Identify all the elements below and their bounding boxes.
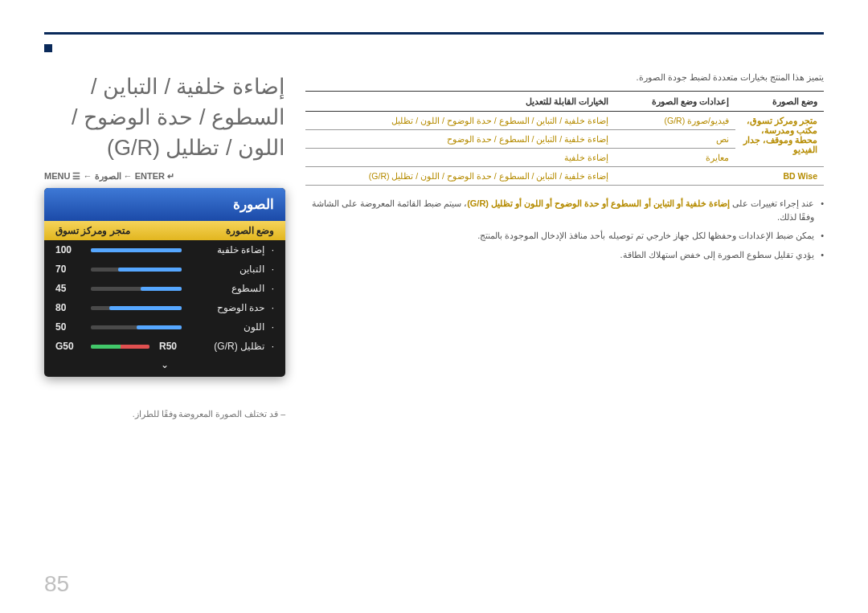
cell-setting: معايرة bbox=[615, 149, 735, 167]
th-setting: إعدادات وضع الصورة bbox=[615, 92, 735, 112]
top-dot bbox=[44, 44, 52, 52]
top-rule bbox=[44, 32, 824, 35]
footnote: – قد تختلف الصورة المعروضة وفقًا للطراز. bbox=[44, 409, 285, 419]
page-number: 85 bbox=[44, 571, 69, 597]
cell-setting: نص bbox=[615, 130, 735, 149]
note-item: يمكن ضبط الإعدادات وحفظها لكل جهاز خارجي… bbox=[305, 229, 824, 243]
osd-label: التباين bbox=[188, 264, 264, 275]
table-row: متجر ومركز تسوق، مكتب ومدرسة، محطة وموقف… bbox=[305, 112, 824, 130]
cell-opts: إضاءة خلفية bbox=[305, 149, 615, 167]
cell-opts: إضاءة خلفية / التباين / السطوع / حدة الو… bbox=[305, 130, 615, 149]
osd-row-backlight[interactable]: · إضاءة خلفية 100 bbox=[44, 240, 285, 260]
osd-value: 50 bbox=[55, 321, 84, 333]
osd-row-contrast[interactable]: · التباين 70 bbox=[44, 260, 285, 279]
th-mode: وضع الصورة bbox=[735, 92, 824, 112]
osd-value: 100 bbox=[55, 244, 84, 255]
cell-opts: إضاءة خلفية / التباين / السطوع / حدة الو… bbox=[305, 167, 615, 186]
osd-label: تظليل (G/R) bbox=[188, 341, 264, 352]
osd-tint-g: G50 bbox=[55, 341, 84, 352]
th-opts: الخيارات القابلة للتعديل bbox=[305, 92, 615, 112]
osd-panel: الصورة وضع الصورة متجر ومركز تسوق · إضاء… bbox=[44, 188, 285, 377]
cell-opts: إضاءة خلفية / التباين / السطوع / حدة الو… bbox=[305, 112, 615, 130]
options-table: وضع الصورة إعدادات وضع الصورة الخيارات ا… bbox=[305, 91, 824, 186]
osd-value: 80 bbox=[55, 302, 84, 313]
osd-row-sharpness[interactable]: · حدة الوضوح 80 bbox=[44, 298, 285, 317]
note-item: عند إجراء تغييرات على إضاءة خلفية أو الت… bbox=[305, 197, 824, 223]
osd-label: إضاءة خلفية bbox=[188, 244, 264, 255]
osd-value: 45 bbox=[55, 283, 84, 294]
cell-mode: BD Wise bbox=[735, 167, 824, 186]
osd-header: الصورة bbox=[44, 188, 285, 221]
osd-value: متجر ومركز تسوق bbox=[55, 225, 130, 236]
osd-label: حدة الوضوح bbox=[188, 302, 264, 313]
cell-setting: فيديو/صورة (G/R) bbox=[615, 112, 735, 130]
cell-setting bbox=[615, 167, 735, 186]
breadcrumb: MENU ☰ ← الصورة ← ENTER ↵ bbox=[44, 171, 285, 182]
osd-row-brightness[interactable]: · السطوع 45 bbox=[44, 279, 285, 298]
cell-mode: متجر ومركز تسوق، مكتب ومدرسة، محطة وموقف… bbox=[735, 112, 824, 167]
osd-row-color[interactable]: · اللون 50 bbox=[44, 317, 285, 337]
notes-list: عند إجراء تغييرات على إضاءة خلفية أو الت… bbox=[305, 197, 824, 261]
osd-row-tint[interactable]: · تظليل (G/R) R50 G50 bbox=[44, 337, 285, 356]
osd-row-mode[interactable]: وضع الصورة متجر ومركز تسوق bbox=[44, 221, 285, 240]
osd-tint-r: R50 bbox=[159, 341, 188, 352]
chevron-down-icon[interactable]: ⌄ bbox=[44, 356, 285, 377]
page-title: إضاءة خلفية / التباين / السطوع / حدة الو… bbox=[44, 72, 285, 163]
note-item: يؤدي تقليل سطوع الصورة إلى خفض استهلاك ا… bbox=[305, 248, 824, 262]
intro-text: يتميز هذا المنتج بخيارات متعددة لضبط جود… bbox=[305, 72, 824, 83]
table-row: BD Wise إضاءة خلفية / التباين / السطوع /… bbox=[305, 167, 824, 186]
osd-label: اللون bbox=[188, 321, 264, 333]
osd-label: السطوع bbox=[188, 283, 264, 294]
osd-label: وضع الصورة bbox=[198, 225, 274, 236]
osd-value: 70 bbox=[55, 264, 84, 275]
